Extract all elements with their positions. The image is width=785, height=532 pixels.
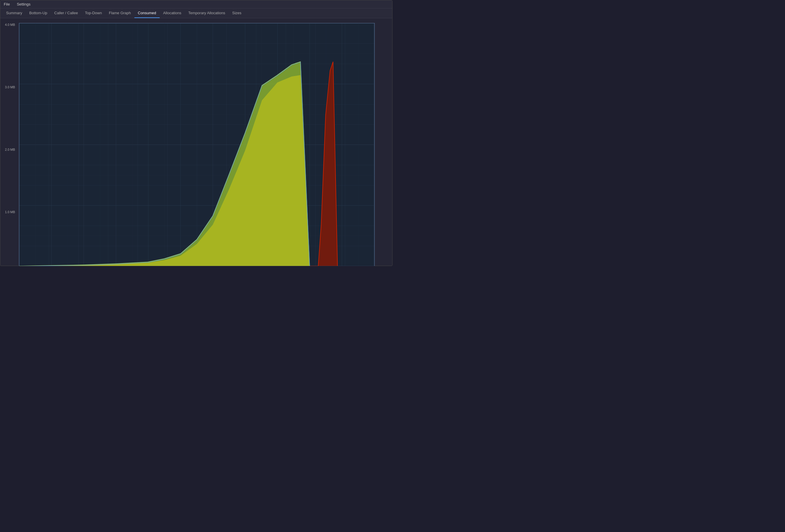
tab-temporary-allocations[interactable]: Temporary Allocations [185, 8, 229, 18]
chart-svg-wrapper: 0s 0.01s 0.02s 0.03s 0.04s 0.05s 0.06s 0… [19, 23, 375, 266]
y-label-4mb: 4.0 MB [5, 23, 17, 26]
chart-container: 4.0 MB 3.0 MB 2.0 MB 1.0 MB 0 B [0, 18, 392, 266]
tab-bottom-up[interactable]: Bottom-Up [26, 8, 51, 18]
tab-top-down[interactable]: Top-Down [81, 8, 105, 18]
tab-flame-graph[interactable]: Flame Graph [105, 8, 134, 18]
chart-area[interactable] [19, 23, 375, 266]
chart-inner: 4.0 MB 3.0 MB 2.0 MB 1.0 MB 0 B [5, 23, 392, 266]
tab-bar: Summary Bottom-Up Caller / Callee Top-Do… [0, 8, 392, 18]
tab-sizes[interactable]: Sizes [229, 8, 245, 18]
app-window: File Settings Summary Bottom-Up Caller /… [0, 0, 392, 266]
y-label-1mb: 1.0 MB [5, 210, 17, 214]
menu-settings[interactable]: Settings [16, 1, 32, 7]
y-label-3mb: 3.0 MB [5, 85, 17, 89]
tab-caller-callee[interactable]: Caller / Callee [51, 8, 82, 18]
main-chart-svg [19, 23, 375, 266]
y-label-2mb: 2.0 MB [5, 148, 17, 151]
tab-summary[interactable]: Summary [3, 8, 26, 18]
tab-allocations[interactable]: Allocations [160, 8, 185, 18]
tab-consumed[interactable]: Consumed [134, 8, 160, 18]
menu-file[interactable]: File [3, 1, 11, 7]
menu-bar: File Settings [0, 0, 392, 8]
